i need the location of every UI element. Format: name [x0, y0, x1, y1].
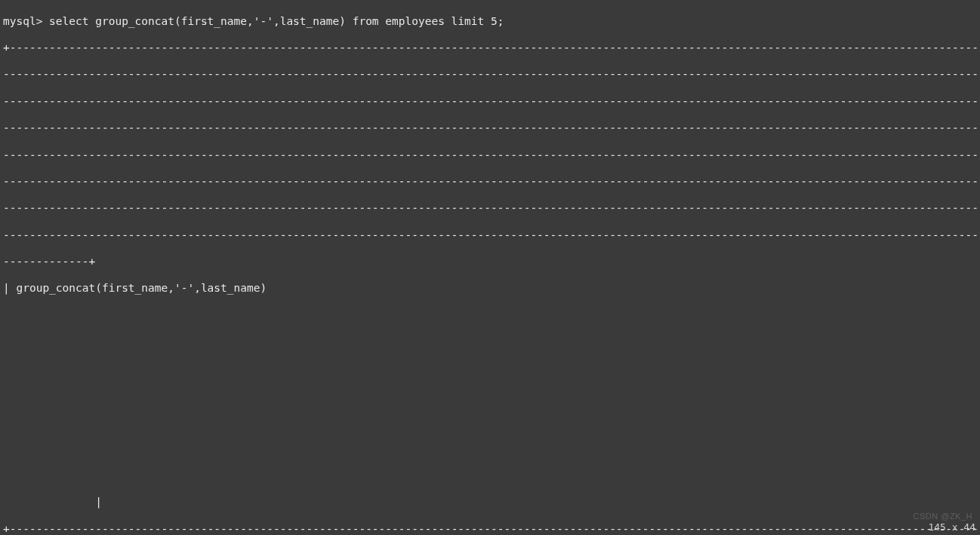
watermark-text: CSDN @ZK_H	[913, 512, 972, 521]
border-line: ----------------------------------------…	[3, 149, 977, 162]
blank-line	[3, 389, 977, 403]
mysql-terminal[interactable]: mysql> select group_concat(first_name,'-…	[0, 0, 980, 535]
border-line: ----------------------------------------…	[3, 175, 977, 189]
terminal-size-status: 145 x 44	[928, 521, 975, 533]
column-header: | group_concat(first_name,'-',last_name)	[3, 282, 977, 295]
blank-line	[3, 363, 977, 376]
blank-line	[3, 443, 977, 456]
border-line: ----------------------------------------…	[3, 202, 977, 215]
border-line: ----------------------------------------…	[3, 122, 977, 135]
border-line: +---------------------------------------…	[3, 523, 977, 535]
border-line: +---------------------------------------…	[3, 42, 977, 55]
sql-query: select group_concat(first_name,'-',last_…	[49, 15, 504, 27]
border-line: ----------------------------------------…	[3, 68, 977, 82]
blank-line	[3, 336, 977, 349]
border-line: ----------------------------------------…	[3, 95, 977, 109]
border-line-end: -------------+	[3, 255, 977, 269]
blank-line	[3, 469, 977, 483]
blank-line	[3, 309, 977, 323]
mysql-prompt: mysql>	[3, 15, 49, 27]
blank-line	[3, 416, 977, 429]
query-line: mysql> select group_concat(first_name,'-…	[3, 15, 977, 29]
border-line: ----------------------------------------…	[3, 229, 977, 243]
header-end-marker: |	[3, 496, 977, 509]
